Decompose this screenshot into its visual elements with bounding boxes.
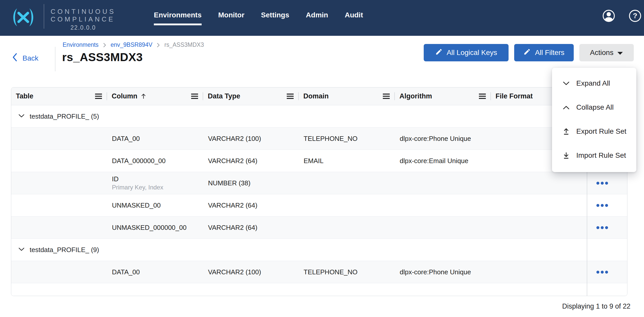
column-menu-button-domain[interactable] [382, 93, 391, 100]
cell-domain [299, 194, 395, 216]
cell-column: DATA_00 [107, 261, 203, 283]
chevron-left-icon [12, 53, 17, 63]
cell-domain: EMAIL [299, 150, 395, 172]
table-row: DATA_000000_00VARCHAR2 (64)EMAILdlpx-cor… [11, 150, 627, 172]
table-row: DATA_00VARCHAR2 (100)TELEPHONE_NOdlpx-co… [11, 128, 627, 150]
user-account-button[interactable] [602, 9, 615, 23]
table-body: testdata_PROFILE_ (5)DATA_00VARCHAR2 (10… [11, 105, 627, 296]
cell-domain [299, 217, 395, 239]
chevron-down-icon[interactable] [18, 247, 25, 252]
cell-file-format [491, 261, 587, 283]
cell-actions [587, 172, 627, 194]
column-header-table: Table [11, 87, 107, 105]
help-button[interactable]: ? [629, 9, 641, 23]
cell-data-type: VARCHAR2 (100) [203, 261, 299, 283]
top-navbar: CONTINUOUS COMPLIANCE 22.0.0.0 Environme… [0, 0, 644, 36]
menu-item-expand-all[interactable]: Expand All [552, 71, 636, 95]
column-header-label: File Format [496, 92, 533, 100]
rule-set-table: TableColumnData TypeDomainAlgorithmFile … [11, 87, 627, 296]
breadcrumb-link-env-9bsr894v[interactable]: env_9BSR894V [111, 41, 153, 48]
help-icon: ? [629, 9, 641, 23]
column-name: ID [112, 175, 119, 183]
all-filters-button[interactable]: All Filters [514, 44, 574, 61]
nav-item-settings[interactable]: Settings [261, 9, 289, 21]
all-logical-keys-button[interactable]: All Logical Keys [424, 44, 509, 61]
column-menu-button-table[interactable] [94, 93, 103, 100]
column-name: UNMASKED_00 [112, 201, 161, 209]
column-header-label: Algorithm [399, 92, 432, 100]
svg-text:?: ? [633, 12, 637, 20]
row-actions-button[interactable] [595, 180, 610, 186]
cell-domain: TELEPHONE_NO [299, 128, 395, 150]
cell-column: DATA_000000_00 [107, 150, 203, 172]
menu-item-collapse-all[interactable]: Collapse All [552, 95, 636, 119]
upload-icon [563, 128, 570, 135]
cell-algorithm [395, 194, 491, 216]
chevron-up-icon [563, 105, 570, 110]
table-header-row: TableColumnData TypeDomainAlgorithmFile … [11, 87, 627, 105]
nav-item-monitor[interactable]: Monitor [218, 9, 245, 21]
cell-algorithm: dlpx-core:Phone Unique [395, 261, 491, 283]
chevron-down-icon [563, 81, 570, 86]
cell-table [11, 261, 107, 283]
breadcrumb-current: rs_ASS3MDX3 [164, 41, 204, 48]
cell-table [11, 150, 107, 172]
nav-item-audit[interactable]: Audit [345, 9, 363, 21]
caret-down-icon [617, 49, 623, 57]
cell-column: IDPrimary Key, Index [107, 172, 203, 194]
cell-table [11, 194, 107, 216]
cell-actions [587, 194, 627, 216]
app-version: 22.0.0.0 [51, 24, 116, 31]
column-name: UNMASKED_000000_00 [112, 224, 187, 232]
download-icon [563, 152, 570, 159]
cell-algorithm [395, 172, 491, 194]
sort-ascending-icon[interactable] [141, 93, 146, 99]
column-name: DATA_000000_00 [112, 157, 166, 165]
delphix-logo-icon [9, 7, 37, 30]
menu-item-label: Export Rule Set [576, 127, 626, 135]
breadcrumb-link-environments[interactable]: Environments [63, 41, 99, 48]
column-menu-button-algorithm[interactable] [478, 93, 487, 100]
user-avatar-icon [602, 9, 615, 23]
column-menu-button-data-type[interactable] [286, 93, 295, 100]
table-group-row[interactable]: testdata_PROFILE_ (9) [11, 239, 627, 261]
cell-algorithm [395, 217, 491, 239]
cell-actions [587, 261, 627, 283]
column-header-domain: Domain [299, 87, 395, 105]
all-filters-label: All Filters [535, 49, 564, 57]
nav-item-admin[interactable]: Admin [306, 9, 328, 21]
cell-table [11, 128, 107, 150]
menu-item-import-rule-set[interactable]: Import Rule Set [552, 143, 636, 167]
table-row: DATA_00VARCHAR2 (100)TELEPHONE_NOdlpx-co… [11, 261, 627, 283]
cell-data-type: VARCHAR2 (100) [203, 128, 299, 150]
row-actions-button[interactable] [595, 269, 610, 275]
row-actions-button[interactable] [595, 224, 610, 231]
cell-column: UNMASKED_00 [107, 194, 203, 216]
cell-actions [587, 217, 627, 239]
row-actions-button[interactable] [595, 202, 610, 209]
column-menu-button-column[interactable] [190, 93, 199, 100]
menu-item-label: Import Rule Set [576, 151, 626, 160]
table-group-row[interactable]: testdata_PROFILE_ (5) [11, 105, 627, 128]
breadcrumb-separator-icon [103, 43, 106, 48]
all-logical-keys-label: All Logical Keys [447, 49, 497, 57]
nav-item-environments[interactable]: Environments [154, 9, 202, 21]
brand-line1: CONTINUOUS [51, 8, 116, 15]
chevron-down-icon[interactable] [18, 114, 25, 119]
title-divider [55, 47, 55, 71]
cell-file-format [491, 172, 587, 194]
column-header-label: Domain [303, 92, 329, 100]
column-header-data-type: Data Type [203, 87, 299, 105]
table-row: UNMASKED_00VARCHAR2 (64) [11, 194, 627, 217]
cell-data-type: VARCHAR2 (64) [203, 150, 299, 172]
actions-label: Actions [590, 49, 614, 57]
group-table-name: testdata_PROFILE_ (5) [30, 112, 99, 120]
actions-button[interactable]: Actions [579, 44, 634, 61]
brand-divider [44, 4, 44, 29]
menu-item-label: Collapse All [576, 103, 614, 111]
cell-file-format [491, 217, 587, 239]
cell-table [11, 217, 107, 239]
back-button[interactable]: Back [12, 53, 38, 63]
cell-domain: TELEPHONE_NO [299, 261, 395, 283]
menu-item-export-rule-set[interactable]: Export Rule Set [552, 119, 636, 143]
